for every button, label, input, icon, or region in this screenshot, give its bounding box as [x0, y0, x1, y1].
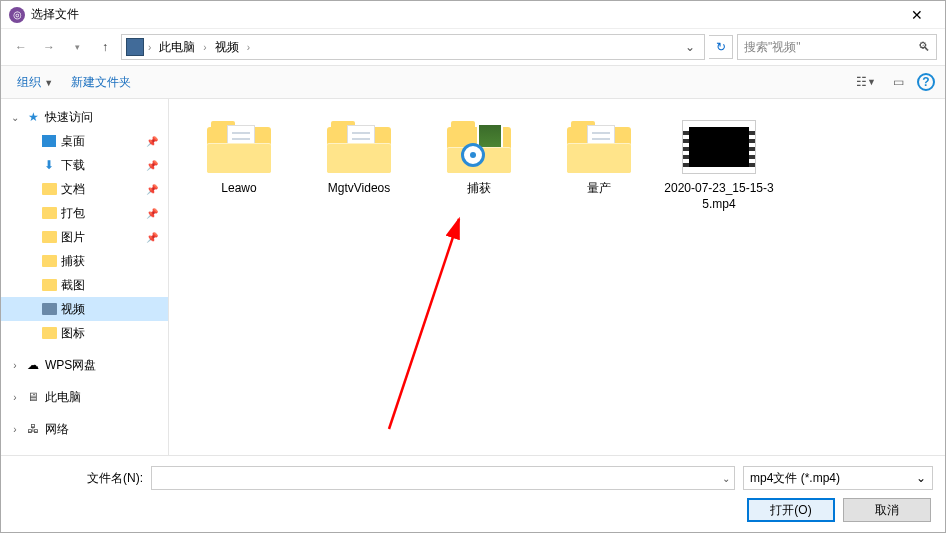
breadcrumb[interactable]: › 此电脑 › 视频 › ⌄ — [121, 34, 705, 60]
sidebar-item-pack[interactable]: 打包📌 — [1, 201, 168, 225]
chevron-right-icon[interactable]: › — [9, 392, 21, 403]
breadcrumb-current[interactable]: 视频 — [211, 37, 243, 58]
breadcrumb-root[interactable]: 此电脑 — [155, 37, 199, 58]
folder-icon — [42, 183, 57, 195]
sidebar-wps[interactable]: ›☁WPS网盘 — [1, 353, 168, 377]
folder-icon — [447, 121, 511, 173]
pin-icon: 📌 — [146, 136, 158, 147]
dialog-footer: 文件名(N): ⌄ mp4文件 (*.mp4) ⌄ 打开(O) 取消 — [1, 455, 945, 532]
refresh-button[interactable]: ↻ — [709, 35, 733, 59]
pc-icon: 🖥 — [25, 389, 41, 405]
sidebar-item-screenshot[interactable]: 截图 — [1, 273, 168, 297]
pin-icon: 📌 — [146, 160, 158, 171]
filename-label: 文件名(N): — [13, 470, 143, 487]
search-placeholder: 搜索"视频" — [744, 39, 801, 56]
preview-pane-button[interactable]: ▭ — [885, 71, 911, 93]
title-bar: ◎ 选择文件 ✕ — [1, 1, 945, 29]
folder-icon — [42, 207, 57, 219]
desktop-icon — [42, 135, 56, 147]
folder-icon — [207, 121, 271, 173]
file-video-mp4[interactable]: 2020-07-23_15-15-35.mp4 — [659, 115, 779, 225]
close-button[interactable]: ✕ — [897, 7, 937, 23]
search-input[interactable]: 搜索"视频" 🔍︎ — [737, 34, 937, 60]
forward-button[interactable]: → — [37, 35, 61, 59]
sidebar-item-icons[interactable]: 图标 — [1, 321, 168, 345]
back-button[interactable]: ← — [9, 35, 33, 59]
breadcrumb-dropdown[interactable]: ⌄ — [680, 35, 700, 59]
star-icon: ★ — [25, 109, 41, 125]
sidebar-this-pc[interactable]: ›🖥此电脑 — [1, 385, 168, 409]
sidebar-item-pictures[interactable]: 图片📌 — [1, 225, 168, 249]
new-folder-button[interactable]: 新建文件夹 — [65, 70, 137, 95]
folder-icon — [42, 303, 57, 315]
cancel-button[interactable]: 取消 — [843, 498, 931, 522]
filename-input[interactable]: ⌄ — [151, 466, 735, 490]
open-button[interactable]: 打开(O) — [747, 498, 835, 522]
pin-icon: 📌 — [146, 232, 158, 243]
nav-bar: ← → ▾ ↑ › 此电脑 › 视频 › ⌄ ↻ 搜索"视频" 🔍︎ — [1, 29, 945, 65]
up-button[interactable]: ↑ — [93, 35, 117, 59]
chevron-right-icon[interactable]: › — [9, 424, 21, 435]
filetype-select[interactable]: mp4文件 (*.mp4) ⌄ — [743, 466, 933, 490]
folder-icon — [42, 231, 57, 243]
chevron-right-icon[interactable]: › — [203, 42, 206, 53]
folder-icon — [42, 255, 57, 267]
location-icon — [126, 38, 144, 56]
chevron-down-icon[interactable]: ⌄ — [722, 473, 730, 484]
chevron-down-icon[interactable]: ⌄ — [916, 471, 926, 485]
file-list[interactable]: Leawo MgtvVideos 捕获 量产 2020-07-23_15-15-… — [169, 99, 945, 455]
cloud-icon: ☁ — [25, 357, 41, 373]
window-title: 选择文件 — [31, 6, 897, 23]
sidebar-item-downloads[interactable]: ⬇下载📌 — [1, 153, 168, 177]
folder-leawo[interactable]: Leawo — [179, 115, 299, 225]
video-icon — [683, 121, 755, 173]
folder-icon — [567, 121, 631, 173]
help-button[interactable]: ? — [917, 73, 935, 91]
chevron-right-icon[interactable]: › — [9, 360, 21, 371]
folder-icon — [42, 327, 57, 339]
pin-icon: 📌 — [146, 208, 158, 219]
search-icon[interactable]: 🔍︎ — [918, 40, 930, 54]
chevron-down-icon[interactable]: ⌄ — [9, 112, 21, 123]
sidebar-item-documents[interactable]: 文档📌 — [1, 177, 168, 201]
chevron-right-icon[interactable]: › — [247, 42, 250, 53]
sidebar: ⌄ ★ 快速访问 桌面📌 ⬇下载📌 文档📌 打包📌 图片📌 捕获 截图 视频 图… — [1, 99, 169, 455]
toolbar: 组织 ▼ 新建文件夹 ☷ ▼ ▭ ? — [1, 65, 945, 99]
folder-mgtvvideos[interactable]: MgtvVideos — [299, 115, 419, 225]
organize-button[interactable]: 组织 ▼ — [11, 70, 59, 95]
folder-icon — [42, 279, 57, 291]
sidebar-item-videos[interactable]: 视频 — [1, 297, 168, 321]
network-icon: 🖧 — [25, 421, 41, 437]
sidebar-item-desktop[interactable]: 桌面📌 — [1, 129, 168, 153]
sidebar-item-capture[interactable]: 捕获 — [1, 249, 168, 273]
view-options-button[interactable]: ☷ ▼ — [853, 71, 879, 93]
chevron-down-icon: ▼ — [44, 78, 53, 88]
pin-icon: 📌 — [146, 184, 158, 195]
folder-capture[interactable]: 捕获 — [419, 115, 539, 225]
folder-icon — [327, 121, 391, 173]
recent-dropdown[interactable]: ▾ — [65, 35, 89, 59]
sidebar-network[interactable]: ›🖧网络 — [1, 417, 168, 441]
app-icon: ◎ — [9, 7, 25, 23]
chevron-right-icon[interactable]: › — [148, 42, 151, 53]
download-icon: ⬇ — [41, 157, 57, 173]
svg-line-0 — [389, 219, 459, 429]
folder-liangchan[interactable]: 量产 — [539, 115, 659, 225]
sidebar-quick-access[interactable]: ⌄ ★ 快速访问 — [1, 105, 168, 129]
